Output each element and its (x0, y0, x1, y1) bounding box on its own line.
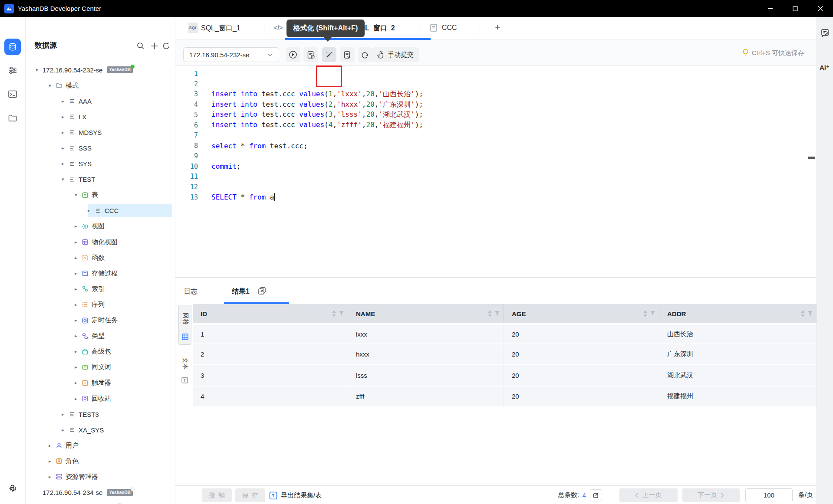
minimize-button[interactable] (757, 0, 783, 17)
tree-item[interactable]: ▸XA_SYS (26, 422, 175, 438)
caret-right-icon[interactable]: ▸ (49, 474, 55, 480)
tree-item[interactable]: ▸索引 (26, 281, 175, 297)
syntax-check-button[interactable] (340, 47, 355, 62)
maximize-button[interactable] (783, 0, 808, 17)
column-header-id[interactable]: ID (193, 304, 348, 323)
tree-item[interactable]: ▸定时任务 (26, 313, 175, 328)
tree-item[interactable]: 172.16.90.54-ceYashanDB (26, 501, 175, 504)
tree-item[interactable]: ▾表 (26, 187, 175, 203)
code-line[interactable]: 11 (175, 172, 817, 182)
tree-item[interactable]: ▸序列 (26, 297, 175, 312)
code-line[interactable]: 10commit; (175, 161, 817, 172)
tab-log[interactable]: 日志 (184, 287, 198, 296)
editor-scrollbar-thumb[interactable] (808, 157, 815, 159)
close-button[interactable] (808, 0, 833, 17)
caret-right-icon[interactable]: ▸ (49, 458, 55, 464)
console-nav-button[interactable] (7, 89, 18, 99)
tree-item[interactable]: ▸高级包 (26, 344, 175, 360)
caret-right-icon[interactable]: ▸ (49, 443, 55, 448)
tab-result-1[interactable]: 结果1 (232, 287, 250, 296)
caret-right-icon[interactable]: ▸ (62, 161, 68, 167)
tree-item[interactable]: ▸用户 (26, 438, 175, 453)
caret-right-icon[interactable]: ▸ (88, 208, 94, 213)
tree-item[interactable]: ▸SSS (26, 140, 175, 156)
tree-item[interactable]: ▸视图 (26, 219, 175, 234)
caret-right-icon[interactable]: ▸ (75, 286, 81, 292)
code-line[interactable]: 4insert into test.ccc values(2,'hxxx',20… (175, 99, 817, 110)
tree-item[interactable]: ▾172.16.90.54-232-seYashanDB (26, 62, 175, 78)
caret-right-icon[interactable]: ▸ (75, 364, 81, 370)
search-icon[interactable] (136, 42, 145, 50)
datasource-nav-button[interactable] (4, 39, 21, 55)
caret-right-icon[interactable]: ▸ (75, 380, 81, 386)
caret-right-icon[interactable]: ▸ (62, 412, 68, 417)
code-line[interactable]: 5insert into test.ccc values(3,'lsss',20… (175, 110, 817, 120)
export-result-button[interactable]: 导出结果集/表 (269, 488, 322, 502)
table-row[interactable]: 3lsss20湖北武汉 (193, 365, 817, 386)
tree-item[interactable]: ▾模式 (26, 78, 175, 93)
tree-item[interactable]: ▸LX (26, 109, 175, 124)
grid-view-tab[interactable]: 网格 (178, 305, 191, 345)
table-row[interactable]: 4zfff20福建福州 (193, 386, 817, 408)
tree-item[interactable]: ▸资源管理器 (26, 469, 175, 484)
sql-editor[interactable]: 123insert into test.ccc values(1,'lxxx',… (175, 66, 817, 277)
caret-right-icon[interactable]: ▸ (75, 255, 81, 261)
text-view-tab[interactable]: 文本 (178, 351, 191, 388)
tree-item[interactable]: 172.16.90.54-234-seYashanDB (26, 485, 175, 501)
tree-item[interactable]: ▸物化视图 (26, 234, 175, 250)
caret-right-icon[interactable]: ▸ (62, 145, 68, 151)
caret-right-icon[interactable]: ▸ (75, 302, 81, 308)
caret-down-icon[interactable]: ▾ (36, 67, 42, 73)
caret-right-icon[interactable]: ▸ (75, 333, 81, 339)
tree-item[interactable]: ▸SYS (26, 156, 175, 172)
caret-right-icon[interactable]: ▸ (75, 396, 81, 402)
caret-right-icon[interactable]: ▸ (62, 130, 68, 135)
refresh-icon[interactable] (162, 42, 171, 50)
tree-item[interactable]: ▸类型 (26, 328, 175, 344)
tree-item[interactable]: ▸回收站 (26, 391, 175, 406)
code-line[interactable]: 12 (175, 182, 817, 192)
code-line[interactable]: 13SELECT * from a (175, 192, 817, 203)
caret-down-icon[interactable]: ▾ (49, 83, 55, 88)
add-tab-button[interactable]: + (495, 22, 500, 33)
tree-item[interactable]: ▸CCC (26, 203, 175, 219)
table-row[interactable]: 2hxxx20广东深圳 (193, 344, 817, 366)
page-size-input[interactable]: 100 (745, 488, 793, 502)
format-button[interactable] (322, 47, 336, 62)
add-datasource-icon[interactable] (150, 42, 159, 50)
tree-item[interactable]: ▸TEST3 (26, 406, 175, 422)
tree-item[interactable]: ▸触发器 (26, 375, 175, 391)
tree-item[interactable]: ▸AAA (26, 93, 175, 109)
caret-down-icon[interactable]: ▾ (75, 192, 81, 198)
open-result-window-icon[interactable] (258, 287, 266, 295)
tree-item[interactable]: ▸同义词 (26, 360, 175, 375)
column-header-age[interactable]: AGE (504, 304, 659, 323)
tree-item[interactable]: ▾TEST (26, 172, 175, 187)
caret-right-icon[interactable]: ▸ (75, 317, 81, 323)
tree-item[interactable]: ▸MDSYS (26, 124, 175, 140)
settings-button[interactable] (7, 484, 18, 494)
tab-ccc[interactable]: CCC (442, 24, 457, 32)
explain-plan-button[interactable] (303, 47, 318, 62)
next-page-button[interactable]: 下一页 (682, 488, 740, 502)
run-button[interactable] (286, 47, 300, 62)
column-header-addr[interactable]: ADDR (659, 304, 817, 323)
caret-right-icon[interactable]: ▸ (75, 239, 81, 245)
caret-right-icon[interactable]: ▸ (62, 114, 68, 120)
code-line[interactable]: 3insert into test.ccc values(1,'lxxx',20… (175, 89, 817, 100)
caret-right-icon[interactable]: ▸ (75, 271, 81, 276)
ai-assistant-button[interactable]: Ai⁺ (820, 64, 830, 72)
notes-button[interactable] (820, 29, 830, 38)
save-button[interactable]: 保存 (235, 488, 265, 502)
code-line[interactable]: 2 (175, 79, 817, 89)
code-line[interactable]: 8select * from test.ccc; (175, 141, 817, 151)
manual-commit-button[interactable]: 手动提交 (372, 47, 419, 62)
code-line[interactable]: 9 (175, 151, 817, 161)
undo-button[interactable]: 撤销 (202, 488, 232, 502)
connections-nav-button[interactable] (7, 65, 18, 75)
tree-item[interactable]: ▸角色 (26, 453, 175, 469)
caret-down-icon[interactable]: ▾ (62, 177, 68, 182)
files-nav-button[interactable] (7, 113, 18, 123)
open-count-detail-button[interactable] (590, 489, 602, 501)
rollback-button[interactable] (358, 47, 372, 62)
